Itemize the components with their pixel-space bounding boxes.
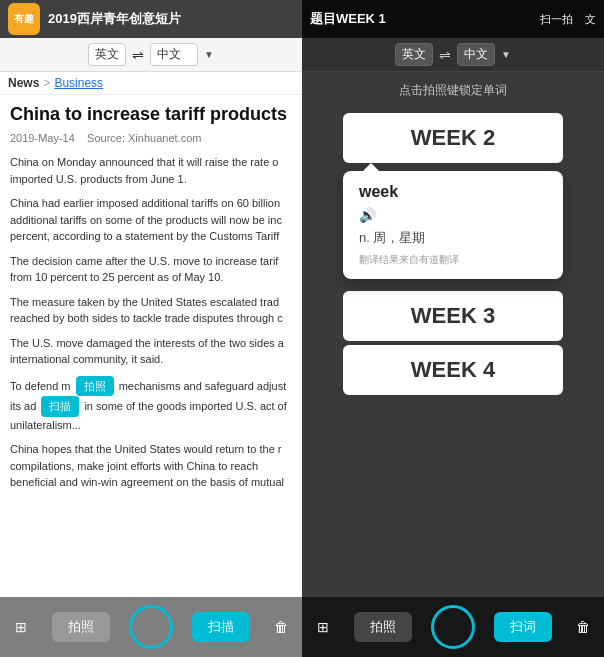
- dict-word: week: [359, 183, 547, 201]
- left-source-lang[interactable]: 英文: [88, 43, 126, 66]
- article-title: China to increase tariff products: [10, 103, 292, 126]
- app-logo: 有趣: [8, 3, 40, 35]
- week4-label: WEEK 4: [411, 357, 495, 382]
- grid-icon[interactable]: ⊞: [9, 615, 33, 639]
- right-target-lang[interactable]: 中文: [457, 43, 495, 66]
- article-source: Source: Xinhuanet.com: [87, 132, 201, 144]
- right-panel: 题目WEEK 1 扫一拍 文 英文 ⇌ 中文 ▼ 点击拍照键锁定单词 WEEK …: [302, 0, 604, 657]
- right-dropdown-arrow[interactable]: ▼: [501, 49, 511, 60]
- dict-source: 翻译结果来自有道翻译: [359, 253, 547, 267]
- left-breadcrumb: News > Business: [0, 72, 302, 95]
- photo-highlight-btn[interactable]: 拍照: [76, 376, 114, 397]
- left-shutter-button[interactable]: [129, 605, 173, 649]
- hint-text: 点击拍照键锁定单词: [399, 82, 507, 99]
- camera-view: 点击拍照键锁定单词 WEEK 2 week 🔊 n. 周，星期 翻译结果来自有道…: [302, 72, 604, 657]
- article-para-5: The U.S. move damaged the interests of t…: [10, 335, 292, 368]
- left-photo-button[interactable]: 拍照: [52, 612, 110, 642]
- right-grid-icon[interactable]: ⊞: [311, 615, 335, 639]
- article-para-2: China had earlier imposed additional tar…: [10, 195, 292, 245]
- left-scan-button[interactable]: 扫描: [192, 612, 250, 642]
- left-bottom-bar: ⊞ 拍照 扫描 🗑: [0, 597, 302, 657]
- article-para-7: China hopes that the United States would…: [10, 441, 292, 491]
- article-para-4: The measure taken by the United States e…: [10, 294, 292, 327]
- week4-card: WEEK 4: [343, 345, 563, 395]
- left-panel: 有趣 2019西岸青年创意短片 英文 ⇌ 中文 ▼ News > Busines…: [0, 0, 302, 657]
- week3-label: WEEK 3: [411, 303, 495, 328]
- right-nav-text[interactable]: 文: [585, 12, 596, 27]
- right-scan-button[interactable]: 扫词: [494, 612, 552, 642]
- dictionary-popup: week 🔊 n. 周，星期 翻译结果来自有道翻译: [343, 171, 563, 279]
- dict-audio-icon[interactable]: 🔊: [359, 207, 547, 223]
- left-top-title: 2019西岸青年创意短片: [48, 10, 181, 28]
- left-target-lang[interactable]: 中文: [150, 43, 198, 66]
- right-top-bar: 题目WEEK 1 扫一拍 文: [302, 0, 604, 38]
- breadcrumb-news[interactable]: News: [8, 76, 39, 90]
- right-top-nav: 扫一拍 文: [540, 12, 596, 27]
- right-nav-scan[interactable]: 扫一拍: [540, 12, 573, 27]
- article-meta: 2019-May-14 Source: Xinhuanet.com: [10, 132, 292, 144]
- article-para-6: To defend m 拍照 mechanisms and safeguard …: [10, 376, 292, 434]
- week3-card: WEEK 3: [343, 291, 563, 341]
- week2-label: WEEK 2: [411, 125, 495, 150]
- article-content: China to increase tariff products 2019-M…: [0, 95, 302, 657]
- right-swap-icon[interactable]: ⇌: [439, 47, 451, 63]
- breadcrumb-separator: >: [43, 76, 50, 90]
- right-trash-icon[interactable]: 🗑: [571, 615, 595, 639]
- swap-icon[interactable]: ⇌: [132, 47, 144, 63]
- week2-card: WEEK 2: [343, 113, 563, 163]
- dict-definition: n. 周，星期: [359, 229, 547, 247]
- article-date: 2019-May-14: [10, 132, 75, 144]
- right-source-lang[interactable]: 英文: [395, 43, 433, 66]
- right-shutter-button[interactable]: [431, 605, 475, 649]
- scan-highlight-btn[interactable]: 扫描: [41, 396, 79, 417]
- left-dropdown-arrow[interactable]: ▼: [204, 49, 214, 60]
- article-para-3: The decision came after the U.S. move to…: [10, 253, 292, 286]
- right-photo-button[interactable]: 拍照: [354, 612, 412, 642]
- breadcrumb-current[interactable]: Business: [54, 76, 103, 90]
- trash-icon[interactable]: 🗑: [269, 615, 293, 639]
- left-translator-bar: 英文 ⇌ 中文 ▼: [0, 38, 302, 72]
- left-top-bar: 有趣 2019西岸青年创意短片: [0, 0, 302, 38]
- right-translator-bar: 英文 ⇌ 中文 ▼: [302, 38, 604, 72]
- right-top-title: 题目WEEK 1: [310, 10, 386, 28]
- article-para-1: China on Monday announced that it will r…: [10, 154, 292, 187]
- article-body: China on Monday announced that it will r…: [10, 154, 292, 491]
- right-bottom-bar: ⊞ 拍照 扫词 🗑: [302, 597, 604, 657]
